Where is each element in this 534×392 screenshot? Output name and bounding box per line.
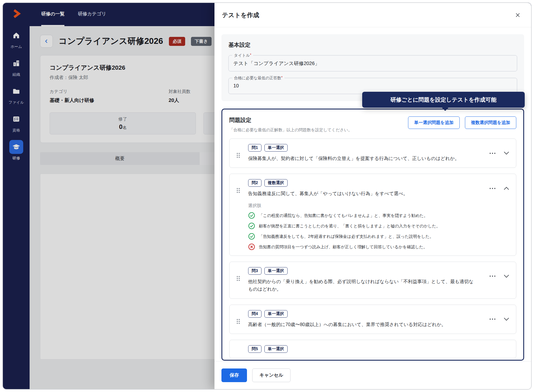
question-main: 問5 単一選択 bbox=[248, 345, 509, 353]
question-card-4: 問4 単一選択 高齢者（一般的に70歳〜80歳以上）への募集において、業界で推奨… bbox=[229, 305, 516, 334]
question-main: 問3 単一選択 他社契約からの「乗り換え」を勧める際、必ず説明しなければならない… bbox=[248, 267, 509, 293]
chevron-up-icon[interactable] bbox=[503, 186, 510, 191]
title-field-label-text: タイトル bbox=[234, 53, 250, 57]
modal-title: テストを作成 bbox=[222, 11, 259, 19]
choice-row: 「この程度の通院なら、告知書に書かなくてもバレませんよ」と、事実を隠すよう勧めた… bbox=[248, 212, 509, 219]
title-field-label: タイトル* bbox=[232, 53, 253, 58]
app-window: ホーム 組織 ファイル 資格 bbox=[2, 2, 532, 390]
modal-header: テストを作成 bbox=[214, 3, 531, 27]
question-actions bbox=[488, 186, 510, 191]
question-badges: 問1 単一選択 bbox=[248, 144, 480, 152]
question-text: 保険募集人が、契約者に対して「保険料の立替え」を提案する行為について、正しいもの… bbox=[248, 155, 477, 162]
choice-row: 顧客が病歴を正直に書こうとしたのを遮り、「書くと損をしますよ」と嘘の入力をそその… bbox=[248, 223, 509, 229]
question-card-1: 問1 単一選択 保険募集人が、契約者に対して「保険料の立替え」を提案する行為につ… bbox=[229, 139, 516, 168]
modal-body: 基本設定 タイトル* 合格に必要な最低の正答数* 研修ごとに問題を設定しテストを… bbox=[214, 27, 531, 361]
feature-tooltip-text: 研修ごとに問題を設定しテストを作成可能 bbox=[390, 96, 496, 104]
question-text: 告知義務違反に関して、募集人が「やってはいけない行為」をすべて選べ。 bbox=[248, 190, 477, 197]
choice-row: 告知書の質問項目を一つずつ読み上げ、顧客が正しく理解して回答しているかを確認した… bbox=[248, 244, 509, 250]
question-settings-title: 問題設定 bbox=[229, 116, 352, 124]
drag-handle-icon[interactable] bbox=[236, 275, 241, 282]
question-main: 問2 複数選択 告知義務違反に関して、募集人が「やってはいけない行為」をすべて選… bbox=[248, 179, 509, 197]
question-main: 問4 単一選択 高齢者（一般的に70歳〜80歳以上）への募集において、業界で推奨… bbox=[248, 310, 509, 328]
required-mark: * bbox=[281, 75, 283, 80]
question-main: 問1 単一選択 保険募集人が、契約者に対して「保険料の立替え」を提案する行為につ… bbox=[248, 144, 509, 162]
question-actions bbox=[488, 317, 510, 322]
question-type-badge: 複数選択 bbox=[264, 179, 288, 187]
basic-settings-title: 基本設定 bbox=[228, 41, 517, 49]
feature-tooltip: 研修ごとに問題を設定しテストを作成可能 bbox=[362, 92, 525, 108]
question-badges: 問2 複数選択 bbox=[248, 179, 480, 187]
more-icon bbox=[489, 152, 496, 154]
question-type-badge: 単一選択 bbox=[264, 267, 288, 275]
more-icon bbox=[489, 318, 496, 320]
question-settings-header: 問題設定 「合格に必要な最低の正解数」以上の問題数を設定してください。 単一選択… bbox=[229, 116, 516, 133]
title-field-wrapper: タイトル* bbox=[228, 55, 517, 71]
more-icon bbox=[489, 275, 496, 277]
choice-text: 「この程度の通院なら、告知書に書かなくてもバレませんよ」と、事実を隠すよう勧めた… bbox=[259, 212, 428, 219]
cancel-button[interactable]: キャンセル bbox=[252, 368, 291, 382]
question-number-badge: 問2 bbox=[248, 179, 261, 187]
correct-check-icon bbox=[248, 233, 255, 240]
drag-handle-icon[interactable] bbox=[236, 187, 241, 194]
choices-label: 選択肢 bbox=[248, 203, 509, 208]
more-menu-button[interactable] bbox=[488, 186, 497, 190]
question-type-badge: 単一選択 bbox=[264, 310, 288, 318]
more-menu-button[interactable] bbox=[488, 317, 497, 321]
question-number-badge: 問1 bbox=[248, 144, 261, 152]
choice-text: 顧客が病歴を正直に書こうとしたのを遮り、「書くと損をしますよ」と嘘の入力をそその… bbox=[259, 223, 440, 229]
basic-settings-section: 基本設定 タイトル* 合格に必要な最低の正答数* bbox=[221, 34, 524, 101]
question-number-badge: 問5 bbox=[248, 345, 261, 353]
question-type-badge: 単一選択 bbox=[264, 345, 288, 353]
score-field-label: 合格に必要な最低の正答数* bbox=[232, 75, 284, 81]
question-actions bbox=[488, 274, 510, 279]
question-badges: 問4 単一選択 bbox=[248, 310, 480, 318]
question-card-3: 問3 単一選択 他社契約からの「乗り換え」を勧める際、必ず説明しなければならない… bbox=[229, 262, 516, 299]
question-settings-hint: 「合格に必要な最低の正解数」以上の問題数を設定してください。 bbox=[229, 127, 352, 133]
question-number-badge: 問4 bbox=[248, 310, 261, 318]
choice-text: 告知書の質問項目を一つずつ読み上げ、顧客が正しく理解して回答しているかを確認した… bbox=[259, 244, 427, 250]
modal-footer: 保存 キャンセル bbox=[214, 361, 531, 389]
add-multi-choice-button[interactable]: 複数選択問題を追加 bbox=[465, 116, 516, 129]
question-number-badge: 問3 bbox=[248, 267, 261, 275]
question-card-2: 問2 複数選択 告知義務違反に関して、募集人が「やってはいけない行為」をすべて選… bbox=[229, 174, 516, 256]
title-input[interactable] bbox=[229, 55, 517, 71]
drag-handle-icon[interactable] bbox=[236, 318, 241, 325]
close-button[interactable] bbox=[513, 10, 522, 20]
required-mark: * bbox=[250, 53, 251, 57]
more-menu-button[interactable] bbox=[488, 274, 497, 278]
question-card-5: 問5 単一選択 bbox=[229, 340, 516, 358]
save-button[interactable]: 保存 bbox=[221, 368, 247, 382]
drag-handle-icon[interactable] bbox=[236, 152, 241, 159]
question-badges: 問5 単一選択 bbox=[248, 345, 480, 353]
more-menu-button[interactable] bbox=[488, 151, 497, 155]
add-question-buttons: 単一選択問題を追加 複数選択問題を追加 bbox=[408, 116, 516, 129]
correct-check-icon bbox=[248, 212, 255, 219]
add-single-choice-button[interactable]: 単一選択問題を追加 bbox=[408, 116, 459, 129]
more-icon bbox=[489, 188, 496, 189]
question-text: 他社契約からの「乗り換え」を勧める際、必ず説明しなければならない「不利益事項」と… bbox=[248, 278, 477, 293]
choice-row: 「告知義務違反をしても、2年経過すれば保険金は必ず支払われます」と、誤った説明を… bbox=[248, 233, 509, 240]
score-field-label-text: 合格に必要な最低の正答数 bbox=[234, 76, 281, 80]
choice-text: 「告知義務違反をしても、2年経過すれば保険金は必ず支払われます」と、誤った説明を… bbox=[259, 233, 434, 240]
question-type-badge: 単一選択 bbox=[264, 144, 288, 152]
incorrect-cross-icon bbox=[248, 243, 255, 250]
chevron-down-icon[interactable] bbox=[503, 150, 510, 156]
question-badges: 問3 単一選択 bbox=[248, 267, 480, 275]
question-settings-section: 問題設定 「合格に必要な最低の正解数」以上の問題数を設定してください。 単一選択… bbox=[221, 109, 524, 361]
question-actions bbox=[488, 150, 510, 156]
question-settings-titles: 問題設定 「合格に必要な最低の正解数」以上の問題数を設定してください。 bbox=[229, 116, 352, 133]
chevron-down-icon[interactable] bbox=[503, 274, 510, 279]
close-icon bbox=[515, 12, 521, 18]
create-test-modal: テストを作成 基本設定 タイトル* 合格に必要な最低の正答数* 研修ごとに問題を… bbox=[214, 3, 531, 389]
chevron-down-icon[interactable] bbox=[503, 317, 510, 322]
question-text: 高齢者（一般的に70歳〜80歳以上）への募集において、業界で推奨されている対応は… bbox=[248, 321, 477, 328]
correct-check-icon bbox=[248, 222, 255, 229]
